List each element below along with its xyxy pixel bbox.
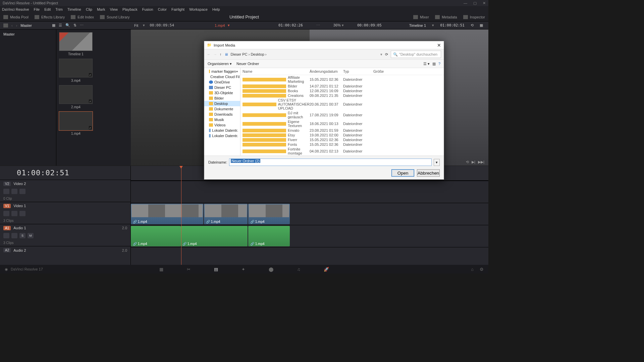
menu-view[interactable]: View: [110, 7, 118, 11]
zoom-level[interactable]: 36%: [333, 23, 341, 27]
timeline-clip[interactable]: 🔗 1.mp4: [131, 204, 203, 224]
up-icon[interactable]: ↑: [220, 52, 222, 56]
effects-tab[interactable]: Effects Library: [35, 15, 65, 19]
tree-item[interactable]: Videos: [204, 122, 240, 128]
file-row[interactable]: Envato23.08.2021 01:59Dateiordner: [240, 128, 444, 133]
track-v2[interactable]: [131, 181, 488, 203]
tree-item[interactable]: Lokaler Datentr.: [204, 133, 240, 138]
menu-fairlight[interactable]: Fairlight: [171, 7, 184, 11]
play-end-icon[interactable]: ▶|: [472, 160, 475, 164]
timeline-clip[interactable]: 🔗 1.mp4: [248, 204, 290, 224]
track-v1[interactable]: 🔗 1.mp4🔗 1.mp4🔗 1.mp4: [131, 203, 488, 225]
more-icon[interactable]: ⋯: [80, 23, 84, 27]
solo-button[interactable]: S: [19, 233, 25, 238]
file-row[interactable]: Fortnite montage04.08.2021 02:13Dateiord…: [240, 147, 444, 156]
file-list[interactable]: Name Änderungsdatum Typ Größe Affiliate …: [240, 68, 444, 156]
tree-item[interactable]: Lokaler Datentr.: [204, 128, 240, 133]
playhead[interactable]: [181, 166, 181, 265]
view-thumb-icon[interactable]: ▦: [52, 23, 55, 27]
file-row[interactable]: CSV ETSY AUTOMATISCHER UPLOAD20.06.2021 …: [240, 98, 444, 111]
sync-icon[interactable]: ⟲: [471, 23, 474, 27]
new-folder-button[interactable]: Neuer Ordner: [236, 62, 259, 66]
media-thumb[interactable]: Timeline 1: [59, 32, 93, 56]
tree-item[interactable]: Bilder: [204, 96, 240, 101]
color-page-icon[interactable]: ⬤: [269, 267, 274, 272]
fairlight-page-icon[interactable]: ♫: [297, 267, 301, 272]
file-row[interactable]: Books12.08.2021 16:09Dateiordner: [240, 88, 444, 93]
mute-button[interactable]: M: [28, 233, 34, 238]
media-pool-grid[interactable]: Timeline 1♪3.mp4♪2.mp4♪1.mp4: [56, 29, 131, 166]
enable-button[interactable]: [11, 211, 17, 216]
file-row[interactable]: Fiverr15.05.2021 02:36Dateiordner: [240, 137, 444, 142]
close-icon[interactable]: ✕: [483, 1, 486, 5]
chevron-down-icon[interactable]: ▾: [228, 23, 230, 27]
arrow-right-icon[interactable]: ›: [16, 23, 17, 27]
menu-mark[interactable]: Mark: [97, 7, 105, 11]
timeline-tracks[interactable]: 🔗 1.mp4🔗 1.mp4🔗 1.mp4 🔗 1.mp4🔗 1.mp4🔗 1.…: [131, 166, 488, 265]
loop-icon[interactable]: ⟲: [466, 160, 469, 164]
tree-item[interactable]: Musik: [204, 117, 240, 122]
bin-view-icon[interactable]: [3, 23, 8, 27]
menu-playback[interactable]: Playback: [122, 7, 138, 11]
file-row[interactable]: Bilder14.07.2021 01:12Dateiordner: [240, 84, 444, 88]
enable-button[interactable]: [11, 233, 17, 238]
menu-fusion[interactable]: Fusion: [142, 7, 153, 11]
track-header-a2[interactable]: A2Audio 22.0: [0, 246, 130, 254]
refresh-icon[interactable]: ⟳: [385, 52, 388, 57]
home-icon[interactable]: ⌂: [471, 267, 474, 272]
media-page-icon[interactable]: ▦: [159, 267, 163, 272]
timeline-clip[interactable]: 🔗 1.mp4: [248, 226, 290, 246]
filename-input[interactable]: Neuer Ordner (2): [229, 159, 432, 166]
track-a2[interactable]: [131, 247, 488, 255]
bin-tree[interactable]: Master: [0, 29, 56, 166]
menu-help[interactable]: Help: [212, 7, 220, 11]
cancel-button[interactable]: Abbrechen: [417, 169, 440, 177]
timeline-clip[interactable]: 🔗 1.mp4: [204, 204, 248, 224]
search-input[interactable]: 🔍 "Desktop" durchsuchen: [391, 51, 441, 58]
timeline-clip[interactable]: 🔗 1.mp4: [131, 226, 180, 246]
source-clip-name[interactable]: 1.mp4: [215, 23, 225, 27]
menu-davinci-resolve[interactable]: DaVinci Resolve: [2, 7, 29, 11]
breadcrumb[interactable]: Dieser PC › Desktop ›: [231, 52, 267, 56]
search-icon[interactable]: 🔍: [65, 23, 70, 27]
tree-item[interactable]: Downloads: [204, 112, 240, 117]
tree-item[interactable]: Dokumente: [204, 106, 240, 112]
media-thumb[interactable]: ♪2.mp4: [59, 85, 93, 109]
lock-button[interactable]: [3, 233, 9, 238]
solo-button[interactable]: [19, 211, 25, 216]
file-row[interactable]: Fonts15.05.2021 02:36Dateiordner: [240, 142, 444, 147]
metadata-tab[interactable]: Metadata: [435, 15, 457, 19]
tree-item[interactable]: OneDrive: [204, 79, 240, 85]
file-row[interactable]: Creations09.08.2021 21:35Dateiordner: [240, 93, 444, 98]
chevron-down-icon[interactable]: ▾: [380, 52, 382, 57]
menu-timeline[interactable]: Timeline: [67, 7, 81, 11]
organize-dropdown[interactable]: Organisieren ▾: [208, 62, 232, 66]
deliver-page-icon[interactable]: 🚀: [324, 267, 329, 272]
track-header-v2[interactable]: V2Video 20 Clip: [0, 180, 130, 202]
sound-lib-tab[interactable]: Sound Library: [100, 15, 130, 19]
forward-icon[interactable]: →: [213, 52, 217, 56]
menu-clip[interactable]: Clip: [86, 7, 92, 11]
help-icon[interactable]: ?: [438, 62, 440, 66]
solo-button[interactable]: [19, 189, 25, 194]
track-a1[interactable]: 🔗 1.mp4🔗 1.mp4🔗 1.mp4: [131, 225, 488, 247]
track-header-v1[interactable]: V1Video 13 Clips: [0, 202, 130, 224]
menu-workspace[interactable]: Workspace: [189, 7, 208, 11]
media-thumb[interactable]: ♪1.mp4: [59, 112, 93, 135]
next-end-icon[interactable]: ▶▶|: [478, 160, 484, 164]
menu-trim[interactable]: Trim: [55, 7, 63, 11]
track-badge[interactable]: A1: [3, 226, 11, 230]
view-list-icon[interactable]: ☰: [59, 23, 62, 27]
arrow-left-icon[interactable]: ‹: [11, 23, 13, 27]
tree-item[interactable]: Desktop: [204, 101, 240, 106]
folder-tree[interactable]: marker flaggen+Creative Cloud FilOneDriv…: [204, 68, 240, 156]
menu-color[interactable]: Color: [158, 7, 167, 11]
tree-item[interactable]: 3D-Objekte: [204, 90, 240, 96]
timeline-name[interactable]: Timeline 1: [409, 23, 426, 27]
tree-item[interactable]: Dieser PC: [204, 85, 240, 90]
lock-button[interactable]: [3, 211, 9, 216]
lock-button[interactable]: [3, 189, 9, 194]
bin-name[interactable]: Master: [20, 23, 32, 27]
cut-page-icon[interactable]: ✂: [187, 267, 191, 272]
track-badge[interactable]: A2: [3, 248, 11, 252]
